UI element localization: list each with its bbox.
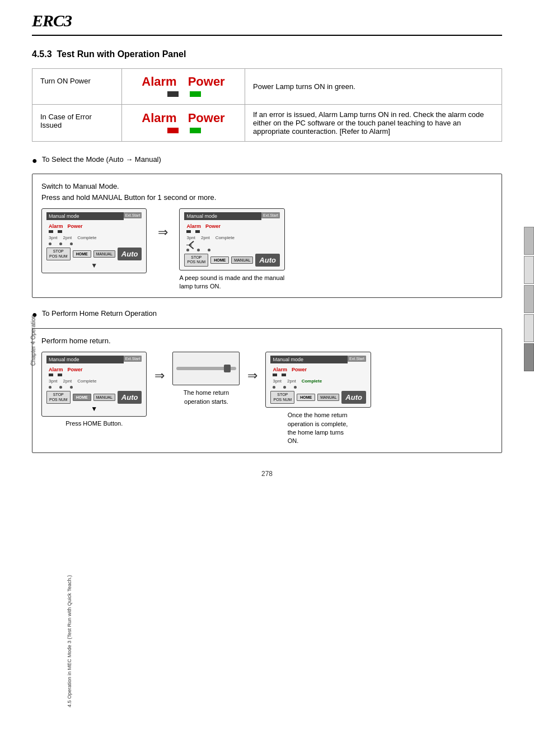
- arrow-1: ⇒: [158, 225, 168, 240]
- home-stop-btn-l: STOPPOS NUM: [46, 391, 71, 404]
- mini-dot-3: [70, 242, 73, 245]
- home-leds-left: [46, 374, 142, 376]
- arrow-2: ⇒: [154, 368, 165, 383]
- page-header: ERC3: [32, 11, 502, 36]
- slide-position: [224, 365, 231, 372]
- chapter-label: Chapter 4 Operation: [30, 315, 36, 366]
- mini-leds-left: [46, 230, 142, 233]
- home-starts-label: The home returnoperation starts.: [184, 389, 229, 406]
- diagram-cell: Alarm Power: [122, 105, 245, 142]
- home-pnt-left: 3pnt 2pnt Complete: [46, 379, 142, 384]
- home-btn-left: HOME: [73, 250, 91, 258]
- mini-alarm-power-right: Alarm Power: [184, 223, 279, 229]
- mini-dots-right: [184, 249, 279, 251]
- home-ext-start-left: Ext.Start: [124, 356, 142, 362]
- alarm-led-red: [167, 128, 179, 133]
- home-home-btn-r: HOME: [297, 394, 315, 401]
- mini-panel-right: Manual mode Ext.Start Alarm Power 3p: [179, 208, 284, 270]
- home-alarm-power-right: Alarm Power: [270, 367, 366, 372]
- home-alarm-led-r: [273, 374, 277, 376]
- action-cell: Turn ON Power: [32, 69, 122, 105]
- mini-dot-2: [59, 242, 62, 245]
- alarm-power-leds-error: [142, 128, 224, 133]
- bullet-item-1: ● To Select the Mode (Auto → Manual): [32, 155, 502, 166]
- mini-buttons-right: STOPPOS NUM HOME MANUAL Auto: [184, 254, 279, 267]
- alarm-label-error: Alarm: [142, 111, 176, 125]
- auto-btn-right: Auto: [255, 254, 280, 267]
- alarm-power-display: Alarm Power: [142, 74, 224, 97]
- mini-power-led-right: [195, 230, 200, 233]
- mini-dot-r1: [186, 249, 189, 251]
- lamp-rays: [184, 242, 279, 248]
- home-power-led-l: [58, 374, 62, 376]
- home-diagram-right: Manual mode Ext.Start Alarm Power 3pnt 2…: [265, 352, 371, 446]
- power-label-error: Power: [188, 111, 225, 125]
- down-arrow-left: ▼: [46, 262, 142, 269]
- side-tab-2: [524, 256, 534, 284]
- bullet-section-2: ● To Perform Home Return Operation: [32, 309, 502, 320]
- stop-btn-left: STOPPOS NUM: [46, 248, 71, 260]
- home-return-box: Perform home return. Manual mode Ext.Sta…: [32, 328, 502, 453]
- home-mini-panel-right: Manual mode Ext.Start Alarm Power 3pnt 2…: [265, 352, 371, 408]
- alarm-power-leds: [142, 91, 224, 97]
- manual-btn-right: MANUAL: [231, 256, 253, 264]
- page-number: 278: [32, 470, 502, 478]
- mini-panel-left: Manual mode Ext.Start Alarm Power 3p: [41, 208, 147, 273]
- auto-btn-left: Auto: [118, 248, 142, 260]
- alarm-power-display-error: Alarm Power: [142, 111, 224, 133]
- side-tab-4: [524, 314, 534, 342]
- side-tab-5: [524, 343, 534, 371]
- home-panel-header-right: Manual mode: [270, 356, 348, 363]
- panel-diagram-right-group: Manual mode Ext.Start Alarm Power 3p: [179, 208, 284, 291]
- ext-start-left: Ext.Start: [124, 212, 142, 218]
- home-complete-label: Once the home return operation is comple…: [288, 411, 349, 446]
- home-dot-r1: [273, 386, 275, 389]
- alarm-power-labels: Alarm Power: [142, 74, 224, 89]
- press-home-label: Press HOME Button.: [65, 420, 123, 427]
- home-panel-header-left: Manual mode: [46, 356, 124, 363]
- home-btn-right: HOME: [210, 256, 229, 264]
- bottom-side-label: 4.5 Operation in MEC Mode 3 (Test Run wi…: [67, 575, 72, 707]
- home-down-arrow: ▼: [46, 405, 142, 413]
- mini-panel-header-left: Manual mode: [46, 212, 124, 220]
- bullet-section-1: ● To Select the Mode (Auto → Manual): [32, 155, 502, 166]
- manual-note: A peep sound is made and the manuallamp …: [179, 274, 284, 291]
- home-mini-panel-left: Manual mode Ext.Start Alarm Power 3pnt 2…: [41, 352, 147, 417]
- mini-alarm-led-right: [186, 230, 191, 233]
- mini-pnt-row-left: 3pnt 2pnt Complete: [46, 235, 142, 240]
- mini-leds-right: [184, 230, 279, 233]
- stop-btn-right: STOPPOS NUM: [184, 254, 208, 267]
- arrow-3: ⇒: [247, 368, 257, 383]
- alarm-power-labels-error: Alarm Power: [142, 111, 224, 125]
- side-tab-1: [524, 227, 534, 255]
- side-tabs: [524, 227, 534, 371]
- diagram-cell: Alarm Power: [122, 69, 245, 105]
- home-home-btn-l: HOME: [73, 394, 91, 401]
- bullet-text-1: To Select the Mode (Auto → Manual): [42, 155, 161, 164]
- home-diagram-middle: The home returnoperation starts.: [172, 352, 240, 406]
- home-manual-btn-l: MANUAL: [93, 394, 115, 401]
- logo: ERC3: [32, 11, 72, 30]
- mini-buttons-left: STOPPOS NUM HOME MANUAL Auto: [46, 248, 142, 260]
- bullet-item-2: ● To Perform Home Return Operation: [32, 309, 502, 320]
- home-auto-btn-l: Auto: [118, 391, 142, 404]
- alarm-led: [167, 91, 179, 97]
- power-table: Turn ON Power Alarm Power Power Lamp tur…: [32, 68, 502, 142]
- mini-dot-1: [49, 242, 51, 245]
- manual-btn-left: MANUAL: [93, 250, 115, 258]
- mini-panel-header-right: Manual mode: [184, 212, 261, 220]
- alarm-label: Alarm: [142, 74, 176, 89]
- power-label: Power: [188, 74, 225, 89]
- home-pnt-right: 3pnt 2pnt Complete: [270, 379, 366, 384]
- home-alarm-power-left: Alarm Power: [46, 367, 142, 372]
- home-ext-start-right: Ext.Start: [348, 356, 366, 362]
- mini-power-led-left: [58, 230, 62, 233]
- home-diagram-left: Manual mode Ext.Start Alarm Power 3pnt 2…: [41, 352, 147, 427]
- slide-bar-visual: [172, 352, 240, 385]
- power-led-green: [190, 91, 201, 97]
- mini-alarm-power-left: Alarm Power: [46, 223, 142, 229]
- home-dot-l2: [59, 386, 62, 389]
- home-dot-r3: [294, 386, 297, 389]
- home-dot-l3: [70, 386, 73, 389]
- manual-mode-box: Switch to Manual Mode. Press and hold MA…: [32, 174, 502, 298]
